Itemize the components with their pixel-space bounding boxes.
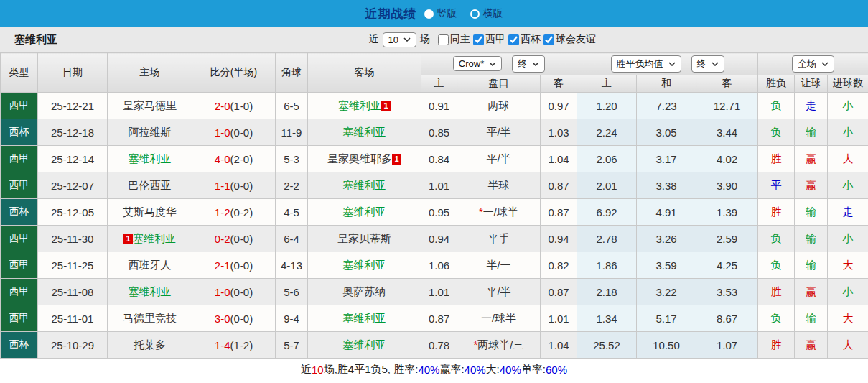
avg-draw-cell: 3.59 (637, 252, 696, 279)
subheader-avg-draw: 和 (637, 75, 696, 93)
fulltime-score: 1-0 (215, 126, 230, 139)
goals-result-cell: 大 (828, 146, 868, 172)
score-cell: 4-0(2-0) (192, 146, 276, 172)
date-cell: 25-12-18 (38, 119, 108, 146)
avg-away-cell: 2.59 (696, 226, 758, 252)
handicap-result-cell: 赢 (795, 172, 828, 199)
handicap-result-cell: 输 (795, 305, 828, 332)
winloss-cell: 平 (758, 172, 795, 199)
avg-away-cell: 3.53 (696, 279, 758, 305)
avg-draw-cell: 7.23 (637, 93, 696, 119)
handicap-line-cell: 两球 (457, 93, 541, 119)
handicap-home-odds-cell: 0.91 (421, 93, 457, 119)
top-bar: 近期战绩 竖版 横版 (0, 0, 868, 27)
handicap-home-odds-cell: 0.95 (421, 199, 457, 226)
home-team-cell: 1塞维利亚 (108, 226, 192, 252)
league-cell: 西甲 (1, 305, 38, 332)
games-label: 场 (420, 33, 430, 46)
odds-final-value: 终 (518, 57, 527, 70)
scope-value: 全场 (798, 57, 816, 70)
winloss-cell: 胜 (758, 332, 795, 359)
handicap-away-odds-cell: 0.87 (541, 279, 577, 305)
fulltime-score: 1-4 (215, 339, 230, 351)
match-count-select[interactable]: 10 (383, 32, 416, 47)
avg-final-select[interactable]: 终 (691, 55, 724, 73)
team-name-text: 托莱多 (134, 338, 166, 351)
handicap-home-odds-cell: 0.94 (421, 226, 457, 252)
odds-final-select[interactable]: 终 (512, 55, 545, 73)
filter-checkbox-item-1[interactable]: 西甲 (473, 33, 508, 46)
handicap-header-group: Crow* 终 (421, 53, 577, 75)
radio-unselected-icon[interactable] (470, 9, 480, 19)
winloss-cell: 负 (758, 252, 795, 279)
col-header-corners: 角球 (276, 53, 308, 93)
avg-draw-cell: 3.26 (637, 226, 696, 252)
filter-checkbox-item-3[interactable]: 球会友谊 (543, 33, 599, 46)
filter-checkbox-item-2[interactable]: 西杯 (508, 33, 543, 46)
radio-vertical[interactable]: 竖版 (424, 7, 457, 20)
summary-part: 近 (301, 363, 312, 377)
goals-result-cell: 小 (828, 226, 868, 252)
filter-checkbox-item-0[interactable]: 同主 (438, 33, 473, 46)
col-header-score: 比分(半场) (192, 53, 276, 93)
team-name-text: 塞维利亚 (343, 126, 386, 138)
handicap-line-text: 平/半 (486, 126, 510, 138)
avg-draw-cell: 10.50 (637, 332, 696, 359)
halftime-score: (0-2) (230, 206, 253, 218)
subheader-handicap-line: 盘口 (457, 75, 541, 93)
avg-draw-cell: 3.17 (637, 146, 696, 172)
goals-result-cell: 小 (828, 119, 868, 146)
handicap-line-cell: 平手 (457, 226, 541, 252)
avg-home-cell: 2.18 (577, 279, 637, 305)
handicap-line-text: 平手 (488, 232, 510, 244)
radio-selected-icon[interactable] (424, 9, 434, 19)
halftime-score: (0-0) (230, 259, 253, 272)
team-name-text: 塞维利亚 (129, 152, 172, 165)
team-name: 塞维利亚 (14, 33, 57, 47)
scope-select[interactable]: 全场 (792, 55, 834, 73)
filter-checkbox[interactable] (438, 34, 449, 45)
filter-checkbox[interactable] (473, 34, 484, 45)
away-team-cell: 塞维利亚1 (308, 93, 421, 119)
radio-vertical-label: 竖版 (437, 7, 457, 20)
chevron-down-icon (403, 37, 411, 42)
subheader-avg-away: 客 (696, 75, 758, 93)
filter-checkbox-label: 西甲 (485, 33, 505, 46)
radio-horizontal[interactable]: 横版 (470, 7, 503, 20)
table-row: 西甲25-11-25西班牙人2-1(0-0)4-13塞维利亚1.06半/一0.8… (1, 252, 868, 279)
score-cell: 0-2(0-0) (192, 226, 276, 252)
handicap-away-odds-cell: 0.94 (541, 226, 577, 252)
handicap-home-odds-cell: 1.06 (421, 252, 457, 279)
layout-radio-group: 竖版 横版 (424, 7, 503, 20)
filter-bar: 塞维利亚 近 10 场 同主西甲西杯球会友谊 (0, 27, 868, 52)
winloss-cell: 胜 (758, 199, 795, 226)
filter-checkbox-label: 西杯 (521, 33, 541, 46)
handicap-line-text: 平/半 (486, 285, 510, 297)
away-team-cell: 塞维利亚 (308, 172, 421, 199)
fulltime-score: 2-0 (215, 100, 230, 112)
filter-checkbox[interactable] (543, 34, 554, 45)
table-row: 西甲25-11-301塞维利亚0-2(0-0)6-4皇家贝蒂斯0.94平手0.9… (1, 226, 868, 252)
team-name-text: 塞维利亚 (338, 99, 381, 111)
team-name-text: 塞维利亚 (133, 232, 176, 244)
league-cell: 西杯 (1, 119, 38, 146)
avg-source-select[interactable]: 胜平负均值 (611, 55, 681, 73)
fulltime-score: 4-0 (215, 153, 230, 165)
winloss-cell: 胜 (758, 146, 795, 172)
odds-source-select[interactable]: Crow* (453, 56, 502, 71)
filter-checkbox[interactable] (508, 34, 519, 45)
halftime-score: (0-0) (230, 313, 253, 325)
fulltime-score: 1-2 (215, 206, 230, 218)
winloss-cell: 负 (758, 226, 795, 252)
summary-part: 场,胜4平1负5, 胜率: (324, 363, 419, 377)
handicap-line-cell: 平/半 (457, 119, 541, 146)
home-team-cell: 托莱多 (108, 332, 192, 359)
goals-result-cell: 大 (828, 252, 868, 279)
handicap-home-odds-cell: 0.85 (421, 119, 457, 146)
avg-away-cell: 12.71 (696, 93, 758, 119)
col-header-away: 客场 (308, 53, 421, 93)
team-name-text: 塞维利亚 (343, 312, 386, 324)
halftime-score: (0-0) (230, 233, 253, 245)
away-team-cell: 皇家贝蒂斯 (308, 226, 421, 252)
summary-part: 大: (486, 363, 500, 377)
